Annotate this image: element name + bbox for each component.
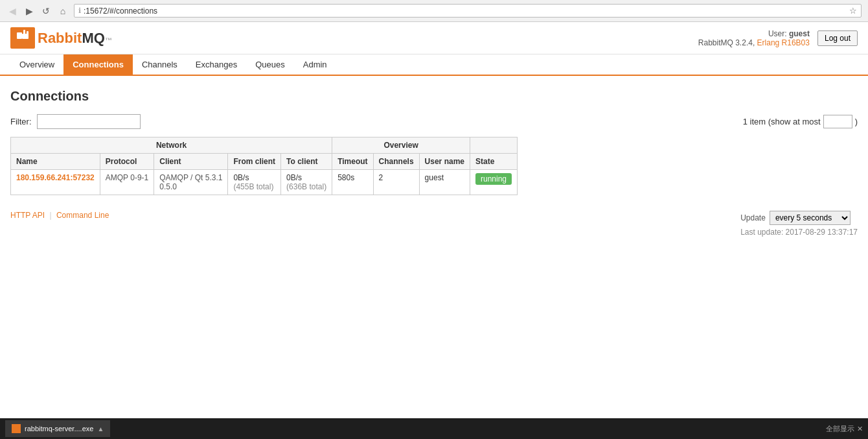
main-content: Connections Filter: 1 item (show at most… xyxy=(0,76,868,250)
bookmark-icon[interactable]: ☆ xyxy=(849,6,857,16)
app-header: RabbitMQ™ User: guest RabbitMQ 3.2.4, Er… xyxy=(0,22,868,54)
row-to-client: 0B/s(636B total) xyxy=(281,170,332,195)
user-info: User: guest RabbitMQ 3.2.4, Erlang R16B0… xyxy=(698,29,810,47)
http-api-link[interactable]: HTTP API xyxy=(10,211,45,220)
user-line: User: guest xyxy=(698,29,810,38)
address-bar[interactable]: ℹ :15672/#/connections ☆ xyxy=(74,4,862,18)
header-right: User: guest RabbitMQ 3.2.4, Erlang R16B0… xyxy=(698,29,858,47)
filter-row: Filter: 1 item (show at most 100 ) xyxy=(10,114,858,129)
nav-queues[interactable]: Queues xyxy=(246,54,294,75)
browser-chrome: ◀ ▶ ↺ ⌂ ℹ :15672/#/connections ☆ xyxy=(0,0,868,22)
update-select[interactable]: every 5 seconds every 10 seconds every 3… xyxy=(770,211,851,225)
home-button[interactable]: ⌂ xyxy=(57,5,69,17)
col-to-client: To client xyxy=(281,154,332,170)
command-line-link[interactable]: Command Line xyxy=(56,211,109,220)
security-icon: ℹ xyxy=(78,6,81,15)
network-group-header: Network xyxy=(11,137,332,154)
row-from-client: 0B/s(455B total) xyxy=(228,170,281,195)
empty-group-header xyxy=(470,137,517,154)
nav-overview[interactable]: Overview xyxy=(10,54,63,75)
col-from-client: From client xyxy=(228,154,281,170)
filter-right: 1 item (show at most 100 ) xyxy=(743,115,858,128)
row-username: guest xyxy=(419,170,470,195)
footer-right: Update every 5 seconds every 10 seconds … xyxy=(740,211,858,237)
nav-bar: Overview Connections Channels Exchanges … xyxy=(0,54,868,76)
connections-table: Network Overview Name Protocol Client Fr… xyxy=(10,137,518,195)
erlang-link[interactable]: Erlang R16B03 xyxy=(757,38,810,47)
logout-button[interactable]: Log out xyxy=(817,30,858,46)
logo-icon xyxy=(10,27,35,49)
user-label: User: xyxy=(768,29,787,38)
refresh-button[interactable]: ↺ xyxy=(40,5,52,17)
logo-text: RabbitMQ™ xyxy=(38,30,112,47)
col-name: Name xyxy=(11,154,100,170)
version-label: RabbitMQ 3.2.4, xyxy=(698,38,755,47)
version-line: RabbitMQ 3.2.4, Erlang R16B03 xyxy=(698,38,810,47)
logo-rabbit: Rabbit xyxy=(38,30,82,46)
footer-left: HTTP API | Command Line xyxy=(10,211,109,220)
last-update: Last update: 2017-08-29 13:37:17 xyxy=(740,228,858,237)
row-protocol: AMQP 0-9-1 xyxy=(100,170,154,195)
col-header-row: Name Protocol Client From client To clie… xyxy=(11,154,518,170)
row-name[interactable]: 180.159.66.241:57232 xyxy=(11,170,100,195)
back-button[interactable]: ◀ xyxy=(6,5,18,17)
filter-label: Filter: xyxy=(10,117,32,126)
col-timeout: Timeout xyxy=(332,154,373,170)
page-title: Connections xyxy=(10,89,858,104)
group-header-row: Network Overview xyxy=(11,137,518,154)
footer-links: HTTP API | Command Line Update every 5 s… xyxy=(10,211,858,237)
logo: RabbitMQ™ xyxy=(10,27,112,49)
table-row: 180.159.66.241:57232 AMQP 0-9-1 QAMQP / … xyxy=(11,170,518,195)
separator: | xyxy=(49,211,53,220)
nav-admin[interactable]: Admin xyxy=(294,54,336,75)
col-state: State xyxy=(470,154,517,170)
filter-left: Filter: xyxy=(10,114,141,129)
connection-link[interactable]: 180.159.66.241:57232 xyxy=(16,173,95,182)
state-badge: running xyxy=(475,173,512,185)
svg-rect-0 xyxy=(17,32,22,39)
show-most-input[interactable]: 100 xyxy=(823,115,852,128)
col-channels: Channels xyxy=(373,154,419,170)
filter-input[interactable] xyxy=(37,114,141,129)
row-timeout: 580s xyxy=(332,170,373,195)
nav-channels[interactable]: Channels xyxy=(133,54,187,75)
overview-group-header: Overview xyxy=(332,137,470,154)
update-label: Update xyxy=(740,213,766,222)
item-count: 1 item (show at most xyxy=(743,117,821,126)
row-client: QAMQP / Qt 5.3.10.5.0 xyxy=(154,170,228,195)
row-state: running xyxy=(470,170,517,195)
svg-rect-3 xyxy=(22,34,29,39)
nav-connections[interactable]: Connections xyxy=(63,54,133,75)
update-row: Update every 5 seconds every 10 seconds … xyxy=(740,211,858,225)
col-client: Client xyxy=(154,154,228,170)
col-username: User name xyxy=(419,154,470,170)
row-channels: 2 xyxy=(373,170,419,195)
col-protocol: Protocol xyxy=(100,154,154,170)
logo-mq: MQ xyxy=(82,30,104,46)
url-text: :15672/#/connections xyxy=(84,6,157,16)
user-name: guest xyxy=(789,29,810,38)
forward-button[interactable]: ▶ xyxy=(23,5,35,17)
show-most-suffix: ) xyxy=(855,117,858,126)
nav-exchanges[interactable]: Exchanges xyxy=(187,54,246,75)
